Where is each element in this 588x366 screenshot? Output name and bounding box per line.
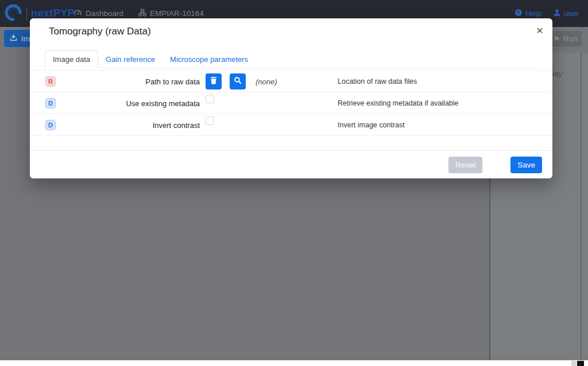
tab-microscope-parameters[interactable]: Microscope parameters xyxy=(163,51,256,68)
background-partial-text: lay xyxy=(552,69,562,78)
resize-handle[interactable] xyxy=(577,361,584,366)
browse-path-button[interactable] xyxy=(230,73,246,89)
default-badge: D xyxy=(45,120,56,130)
tab-image-data[interactable]: Image data xyxy=(45,50,98,68)
row-help: Location of raw data files xyxy=(338,71,417,92)
nav-dashboard-label: Dashboard xyxy=(86,9,123,18)
help-link[interactable]: ? Help xyxy=(514,9,541,18)
use-existing-metadata-checkbox[interactable] xyxy=(206,95,214,103)
table-row-use-existing-metadata: D Use existing metadata Retrieve existin… xyxy=(30,92,552,114)
help-label: Help xyxy=(525,9,541,18)
dialog-footer: Reset Save xyxy=(30,150,552,178)
project-tree-icon xyxy=(138,9,146,18)
row-help: Invert image contrast xyxy=(338,114,405,136)
row-label: Path to raw data xyxy=(59,71,200,92)
screen: nextPYP Dashboard xyxy=(0,0,588,366)
reset-button[interactable]: Reset xyxy=(448,157,482,173)
row-help: Retrieve existing metadata if available xyxy=(338,92,459,114)
nav-item-project[interactable]: EMPIAR-10164 xyxy=(138,9,204,18)
user-icon xyxy=(553,9,561,18)
tab-gain-reference[interactable]: Gain reference xyxy=(98,51,163,68)
play-icon xyxy=(555,34,560,43)
brand-name: nextPYP xyxy=(31,7,75,20)
save-button[interactable]: Save xyxy=(510,157,542,173)
row-label: Use existing metadata xyxy=(59,92,200,114)
path-value: (none) xyxy=(256,77,277,86)
svg-text:?: ? xyxy=(517,10,520,15)
nav-item-dashboard[interactable]: Dashboard xyxy=(74,9,123,19)
scrollbar-track[interactable] xyxy=(581,53,582,360)
invert-contrast-checkbox[interactable] xyxy=(206,116,214,125)
search-icon xyxy=(234,76,242,87)
dashboard-gauge-icon xyxy=(74,9,82,19)
dialog-title: Tomography (raw Data) xyxy=(49,26,151,37)
nav-project-label: EMPIAR-10164 xyxy=(150,9,204,18)
user-menu[interactable]: user xyxy=(553,9,579,18)
user-label: user xyxy=(564,9,579,18)
table-row-path-to-raw-data: R Path to raw data xyxy=(30,71,552,92)
default-badge: D xyxy=(45,98,56,108)
bottom-strip xyxy=(0,360,588,366)
run-label: Run xyxy=(563,34,578,43)
clear-path-button[interactable] xyxy=(206,73,222,89)
help-question-icon: ? xyxy=(514,9,523,18)
tomography-dialog: Tomography (raw Data) × Image data Gain … xyxy=(30,18,552,178)
dialog-tabs: Image data Gain reference Microscope par… xyxy=(45,50,537,68)
import-icon xyxy=(10,34,17,43)
run-button[interactable]: Run xyxy=(551,31,582,46)
scrollbar-corner xyxy=(571,361,577,366)
nextpyp-logo-icon xyxy=(4,3,22,24)
table-row-invert-contrast: D Invert contrast Invert image contrast xyxy=(30,114,552,136)
close-icon[interactable]: × xyxy=(534,22,546,38)
row-label: Invert contrast xyxy=(59,114,200,136)
trash-icon xyxy=(210,76,218,87)
brand-divider xyxy=(26,6,27,21)
required-badge: R xyxy=(45,76,56,87)
form-table: R Path to raw data xyxy=(30,70,552,136)
